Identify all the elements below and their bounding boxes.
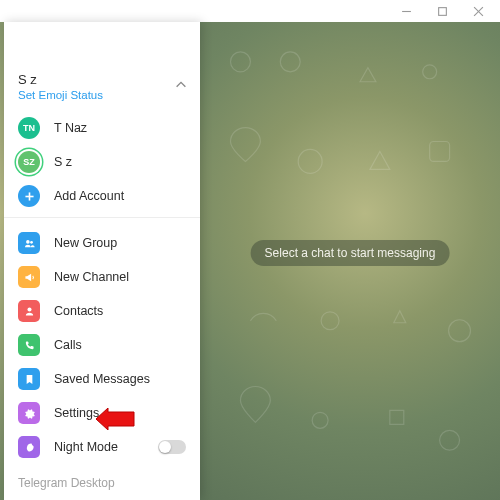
account-label: T Naz [54,121,87,135]
profile-name: S z [18,72,186,87]
profile-section: S z Set Emoji Status [4,22,200,107]
menu-calls[interactable]: Calls [4,328,200,362]
svg-rect-1 [438,7,446,15]
menu-label: New Channel [54,270,129,284]
night-mode-toggle[interactable] [158,440,186,454]
svg-point-6 [26,240,30,244]
menu-label: New Group [54,236,117,250]
account-item[interactable]: SZ S z [4,145,200,179]
svg-point-16 [440,430,460,450]
close-button[interactable] [460,0,496,22]
menu-label: Settings [54,406,99,420]
menu-new-group[interactable]: New Group [4,226,200,260]
gear-icon [18,402,40,424]
app: S z Set Emoji Status TN T Naz SZ S z Add… [0,22,500,500]
plus-icon [18,185,40,207]
chevron-up-icon[interactable] [174,78,188,96]
add-account-item[interactable]: Add Account [4,179,200,213]
menu-saved-messages[interactable]: Saved Messages [4,362,200,396]
avatar: TN [18,117,40,139]
chat-area: Select a chat to start messaging [200,22,500,500]
menu-night-mode[interactable]: Night Mode [4,430,200,464]
account-item[interactable]: TN T Naz [4,111,200,145]
megaphone-icon [18,266,40,288]
svg-point-9 [231,52,251,72]
menu-label: Saved Messages [54,372,150,386]
phone-icon [18,334,40,356]
moon-icon [18,436,40,458]
svg-point-8 [27,307,31,311]
bookmark-icon [18,368,40,390]
app-footer: Telegram Desktop [4,468,200,500]
svg-point-14 [449,320,471,342]
titlebar [0,0,500,22]
set-emoji-status[interactable]: Set Emoji Status [18,89,186,101]
menu-label: Night Mode [54,440,118,454]
svg-point-11 [298,149,322,173]
separator [4,217,200,218]
svg-rect-12 [430,142,450,162]
svg-point-13 [321,312,339,330]
svg-point-10 [423,65,437,79]
menu-label: Contacts [54,304,103,318]
menu-contacts[interactable]: Contacts [4,294,200,328]
menu-label: Calls [54,338,82,352]
svg-point-15 [312,412,328,428]
accounts-list: TN T Naz SZ S z Add Account [4,107,200,213]
minimize-button[interactable] [388,0,424,22]
menu-new-channel[interactable]: New Channel [4,260,200,294]
user-icon [18,300,40,322]
maximize-button[interactable] [424,0,460,22]
annotation-arrow [96,408,136,434]
add-account-label: Add Account [54,189,124,203]
svg-point-7 [30,240,33,243]
placeholder-bubble: Select a chat to start messaging [251,240,450,266]
group-icon [18,232,40,254]
avatar: SZ [18,151,40,173]
account-label: S z [54,155,72,169]
